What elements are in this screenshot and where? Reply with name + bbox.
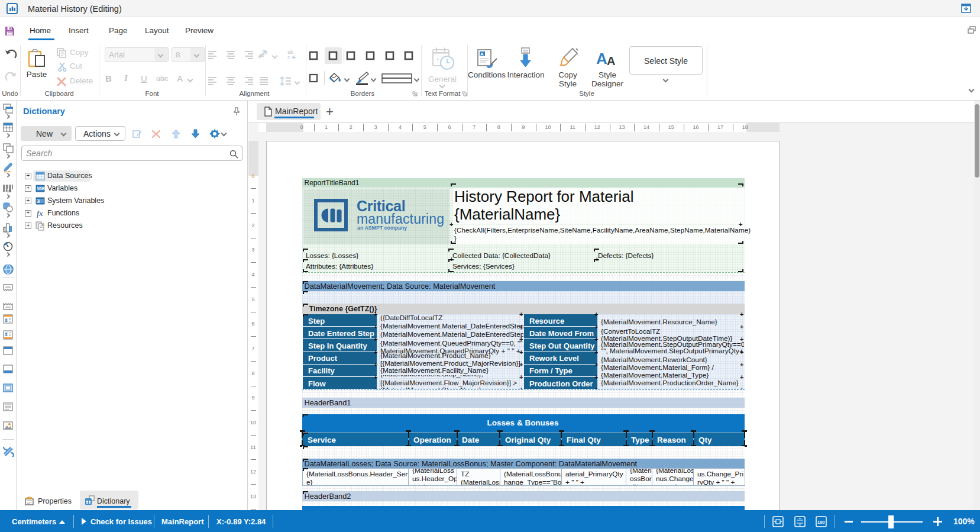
svg-text:ab: ab xyxy=(258,52,264,58)
svg-text:c: c xyxy=(287,54,290,60)
svg-text:A: A xyxy=(480,51,484,57)
svg-text:E: E xyxy=(37,199,40,203)
svg-text:125: 125 xyxy=(7,189,12,193)
svg-text:100: 100 xyxy=(817,520,825,525)
svg-text:VAR: VAR xyxy=(37,186,46,191)
